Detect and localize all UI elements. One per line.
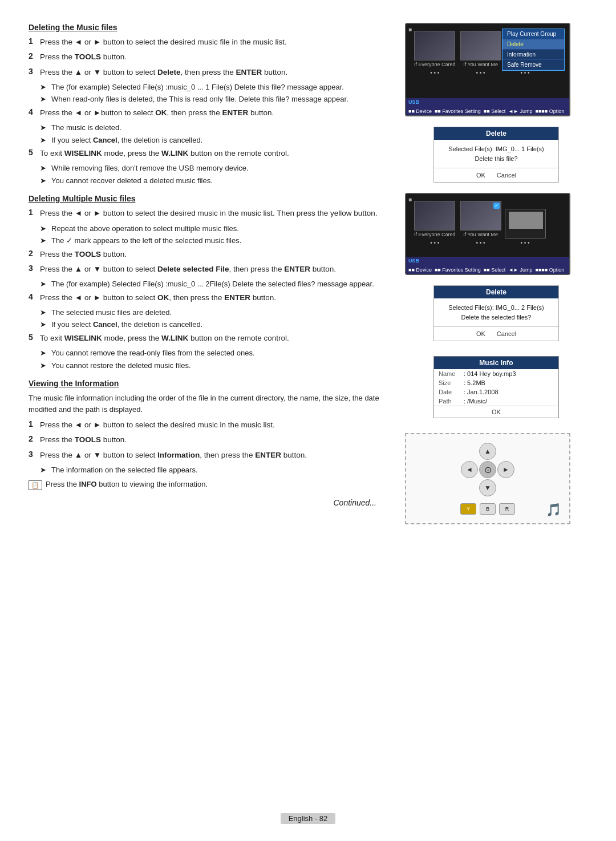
dialog-title-2: Delete (434, 286, 558, 298)
step-2: 2 Press the TOOLS button. (29, 51, 388, 63)
remote-right-btn[interactable]: ► (497, 461, 514, 478)
thumb-label-1: If Everyone Cared (413, 60, 457, 68)
sub-item-v3-1: ➤ The information on the selected file a… (40, 464, 388, 476)
step-v3: 3 Press the ▲ or ▼ button to select Info… (29, 450, 388, 461)
remote-inner: ▲ ◄ ⊙ ► ▼ Y B R 🎵 (460, 443, 515, 515)
sub-item-5-2: ➤ You cannot recover deleted a deleted m… (40, 175, 388, 187)
remote-center-btn[interactable]: ⊙ (479, 461, 496, 478)
music-info-size-label: Size (439, 379, 460, 386)
step-text-2: Press the TOOLS button. (40, 51, 127, 63)
remote-empty-tl (461, 443, 478, 460)
sub-text-m5-1: You cannot remove the read-only files fr… (51, 347, 255, 359)
sub-item-m3-1: ➤ The (for example) Selected File(s) :mu… (40, 278, 388, 290)
tv-bottom-bar-2: USB ■■ Device ■■ Favorites Setting ■■ Se… (406, 257, 569, 274)
sub-item-m4-2: ➤ If you select Cancel, the deletion is … (40, 319, 388, 330)
arrow-icon: ➤ (40, 223, 50, 234)
thumb-dots-2-1: • • • (430, 240, 439, 246)
dialog-cancel-1[interactable]: Cancel (497, 172, 516, 179)
ctx-information[interactable]: Information (502, 50, 564, 60)
sub-item-4-2: ➤ If you select Cancel, the deletion is … (40, 135, 388, 146)
music-info-row-date: Date : Jan.1.2008 (434, 387, 558, 397)
tv-bar-text-2: ■■ Device ■■ Favorites Setting ■■ Select… (408, 267, 564, 273)
music-info-box: Music Info Name : 014 Hey boy.mp3 Size :… (433, 356, 559, 418)
step-5: 5 To exit WISELINK mode, press the W.LIN… (29, 148, 388, 159)
step-text-v2: Press the TOOLS button. (40, 434, 127, 446)
dialog-line1-1: Selected File(s): IMG_0... 1 File(s) (440, 144, 553, 154)
step-m3: 3 Press the ▲ or ▼ button to select Dele… (29, 264, 388, 275)
remote-up-btn[interactable]: ▲ (479, 443, 496, 460)
music-info-ok[interactable]: OK (434, 406, 558, 418)
dialog-line2-2: Delete the selected files? (440, 313, 553, 322)
thumb-2-2: ✓ (460, 201, 501, 231)
sub-item-m1-1: ➤ Repeat the above operation to select m… (40, 223, 388, 234)
step-text-m4: Press the ◄ or ► button to select OK, th… (40, 292, 276, 304)
arrow-icon: ➤ (40, 347, 50, 359)
sub-list-5: ➤ While removing files, don't remove the… (40, 163, 388, 186)
view-info-intro: The music file information including the… (29, 393, 388, 415)
sub-item-m1-2: ➤ The ✓ mark appears to the left of the … (40, 235, 388, 246)
section-delete-multiple: Deleting Multiple Music files 1 Press th… (29, 194, 388, 371)
music-info-date-val: : Jan.1.2008 (464, 389, 499, 395)
arrow-icon: ➤ (40, 94, 50, 105)
step-num-3: 3 (29, 67, 40, 76)
remote-extra-btn-2[interactable]: B (480, 503, 496, 515)
step-text-m1: Press the ◄ or ► button to select the de… (40, 208, 378, 219)
remote-down-btn[interactable]: ▼ (479, 479, 496, 496)
arrow-icon: ➤ (40, 235, 50, 246)
step-num-m5: 5 (29, 333, 40, 342)
dialog-buttons-2: OK Cancel (434, 326, 558, 341)
step-text-3: Press the ▲ or ▼ button to select Delete… (40, 67, 287, 78)
tv-bar-text-1: ■■ Device ■■ Favorites Setting ■■ Select… (408, 108, 564, 114)
step-text-v1: Press the ◄ or ► button to select the de… (40, 419, 275, 431)
thumb-2 (460, 31, 501, 60)
dialog-buttons-1: OK Cancel (434, 168, 558, 182)
thumb-label-2-2: If You Want Me (462, 231, 499, 238)
ctx-play-group[interactable]: Play Current Group (502, 29, 564, 39)
sub-text-5-2: You cannot recover deleted a deleted mus… (51, 175, 213, 187)
tv-bottom-bar-1: USB ■■ Device ■■ Favorites Setting ■■ Se… (406, 98, 569, 115)
ctx-delete[interactable]: Delete (502, 39, 564, 50)
tv-icon-2: ■ (408, 196, 412, 203)
sub-list-4: ➤ The music is deleted. ➤ If you select … (40, 122, 388, 145)
dialog-cancel-2[interactable]: Cancel (497, 330, 516, 337)
step-m1: 1 Press the ◄ or ► button to select the … (29, 208, 388, 219)
sub-text-v3-1: The information on the selected file app… (51, 464, 198, 476)
remote-empty-br (497, 479, 514, 496)
remote-decorative-icon: 🎵 (546, 503, 561, 517)
remote-extra-btns: Y B R (460, 503, 515, 515)
music-info-row-path: Path : /Music/ (434, 397, 558, 406)
arrow-icon: ➤ (40, 278, 50, 290)
remote-extra-btn-1[interactable]: Y (460, 503, 476, 515)
remote-extra-btn-3[interactable]: R (499, 503, 515, 515)
sub-text-m1-1: Repeat the above operation to select mul… (51, 223, 239, 234)
music-info-path-val: : /Music/ (464, 398, 487, 405)
step-m4: 4 Press the ◄ or ► button to select OK, … (29, 292, 388, 304)
sub-text-m5-2: You cannot restore the deleted music fil… (51, 360, 191, 371)
sub-text-5-1: While removing files, don't remove the U… (51, 163, 249, 174)
sub-text-m4-2: If you select Cancel, the deletion is ca… (51, 319, 202, 330)
step-text-v3: Press the ▲ or ▼ button to select Inform… (40, 450, 307, 461)
ctx-safe-remove[interactable]: Safe Remove (502, 60, 564, 70)
thumb-dots-1: • • • (430, 70, 439, 76)
sub-item-m4-1: ➤ The selected music files are deleted. (40, 307, 388, 318)
continued-label: Continued... (29, 498, 376, 507)
music-info-date-label: Date (439, 389, 460, 395)
step-num-5: 5 (29, 148, 40, 157)
left-column: Deleting the Music files 1 Press the ◄ o… (29, 23, 405, 818)
arrow-icon: ➤ (40, 175, 50, 187)
step-num-m4: 4 (29, 292, 40, 301)
page: Deleting the Music files 1 Press the ◄ o… (0, 0, 616, 841)
thumb-row-2: If Everyone Cared • • • ✓ If You Want Me… (411, 199, 565, 246)
selected-badge: ✓ (493, 203, 500, 209)
note-box: 📋 Press the INFO button to viewing the i… (29, 480, 388, 490)
remote-left-btn[interactable]: ◄ (461, 461, 478, 478)
dialog-ok-1[interactable]: OK (476, 172, 485, 179)
step-v1: 1 Press the ◄ or ► button to select the … (29, 419, 388, 431)
arrow-icon: ➤ (40, 122, 50, 134)
music-info-name-label: Name (439, 370, 460, 377)
step-3: 3 Press the ▲ or ▼ button to select Dele… (29, 67, 388, 78)
tv-screen-1: If Everyone Cared • • • If You Want Me •… (405, 23, 570, 116)
dialog-ok-2[interactable]: OK (476, 330, 485, 337)
music-info-row-size: Size : 5.2MB (434, 378, 558, 387)
sub-item-3-1: ➤ The (for example) Selected File(s) :mu… (40, 82, 388, 93)
